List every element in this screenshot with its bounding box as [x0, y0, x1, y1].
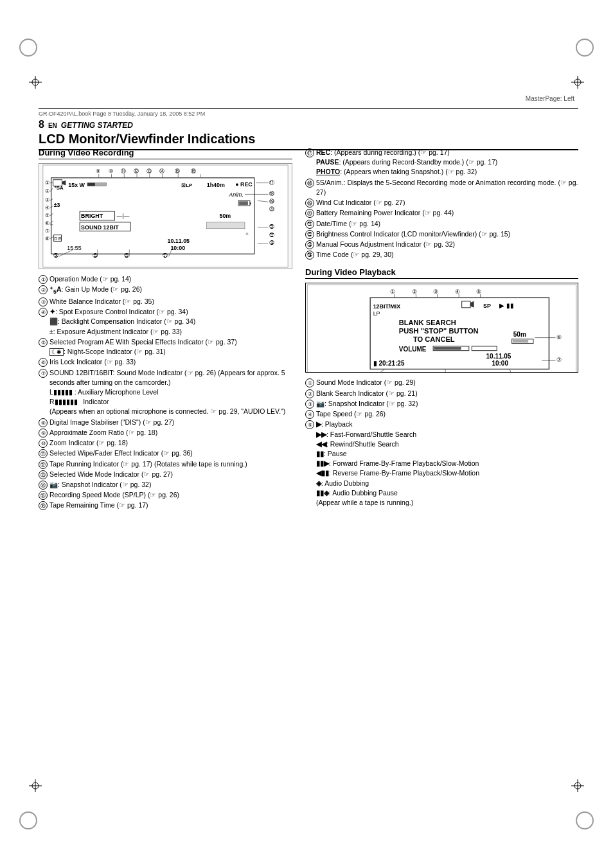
- svg-text:⑦: ⑦: [556, 357, 562, 364]
- svg-text:⑯: ⑯: [191, 168, 196, 174]
- svg-text:⑤: ⑤: [476, 288, 481, 295]
- svg-text:BRIGHT: BRIGHT: [81, 213, 103, 219]
- svg-rect-39: [87, 183, 95, 186]
- svg-text:10:00: 10:00: [492, 360, 508, 367]
- svg-text:⑪: ⑪: [121, 168, 126, 174]
- svg-text:⑤: ⑤: [45, 213, 49, 218]
- svg-text:SOUND 12BIT: SOUND 12BIT: [81, 224, 119, 231]
- list-item: ⑤ ▶: Playback ▶▶: Fast-Forward/Shuttle S…: [305, 420, 578, 508]
- svg-text:±3: ±3: [54, 202, 60, 208]
- svg-text:Anim.: Anim.: [228, 191, 244, 198]
- svg-text:15x W: 15x W: [68, 182, 85, 188]
- list-item: ⑭ 📷: Snapshot Indicator (☞ pg. 32): [39, 480, 292, 490]
- list-item: ⑨ Approximate Zoom Ratio (☞ pg. 18): [39, 428, 292, 438]
- list-item: ⑤ Selected Program AE With Special Effec…: [39, 337, 292, 357]
- list-item: ⑳ Battery Remaining Power Indicator (☞ p…: [305, 208, 578, 218]
- svg-text:㉓: ㉓: [93, 253, 98, 259]
- page-header: 8 EN GETTING STARTED LCD Monitor/Viewfin…: [39, 119, 578, 150]
- svg-text:● REC: ● REC: [235, 181, 253, 188]
- svg-text:㉔: ㉔: [53, 253, 58, 259]
- svg-text:㉑: ㉑: [163, 253, 168, 259]
- masterpage-label: MasterPage: Left: [526, 95, 574, 102]
- svg-text:VOLUME: VOLUME: [399, 346, 427, 353]
- svg-text:SP: SP: [483, 303, 491, 309]
- svg-text:⑲: ⑲: [269, 199, 274, 204]
- content-area: During Video Recording ⑨ ⑩ ⑪ ⑫ ⑬ ⑭ ⑮ ⑯: [39, 148, 578, 511]
- svg-text:BLANK SEARCH: BLANK SEARCH: [399, 319, 456, 326]
- svg-text:②: ②: [412, 288, 417, 295]
- playback-items-list: ① Sound Mode Indicator (☞ pg. 29) ② Blan…: [305, 378, 578, 508]
- section-label: GETTING STARTED: [61, 121, 133, 130]
- list-item: ③ 📷: Snapshot Indicator (☞ pg. 32): [305, 399, 578, 409]
- list-item: ⑩ Zoom Indicator (☞ pg. 18): [39, 438, 292, 448]
- svg-text:50m: 50m: [219, 213, 231, 219]
- svg-text:TO CANCEL: TO CANCEL: [413, 336, 455, 344]
- svg-text:㉓: ㉓: [269, 240, 274, 246]
- list-item: ㉑ Date/Time (☞ pg. 14): [305, 219, 578, 229]
- reg-mark-tr: [571, 76, 584, 89]
- recording-items-list: ① Operation Mode (☞ pg. 14) ② ⁺5A: Gain …: [39, 274, 292, 511]
- svg-text:⑨: ⑨: [96, 168, 100, 174]
- svg-text:▮▮: ▮▮: [506, 302, 514, 309]
- svg-text:10.11.05: 10.11.05: [486, 353, 511, 360]
- recording-right-items-list: ⑰ REC: (Appears during recording.) (☞ pg…: [305, 148, 578, 260]
- en-label: EN: [48, 122, 57, 129]
- list-item: ① Sound Mode Indicator (☞ pg. 29): [305, 378, 578, 387]
- svg-text:⑳: ⑳: [269, 206, 274, 212]
- corner-circle-bl: [19, 811, 37, 829]
- list-item: ④ ✦: Spot Exposure Control Indicator (☞ …: [39, 307, 292, 337]
- reg-mark-bl: [29, 779, 42, 792]
- page-container: MasterPage: Left GR-DF420PAL.book Page 8…: [0, 0, 613, 868]
- svg-rect-61: [250, 202, 251, 204]
- svg-text:⑫: ⑫: [134, 168, 139, 174]
- svg-text:①: ①: [45, 180, 49, 186]
- svg-text:⑱: ⑱: [269, 191, 274, 197]
- svg-rect-69: [207, 222, 245, 229]
- svg-text:15:55: 15:55: [67, 245, 81, 251]
- svg-text:▶: ▶: [499, 302, 504, 309]
- svg-text:LΡ: LΡ: [373, 310, 380, 317]
- list-item: ② Blank Search Indicator (☞ pg. 21): [305, 389, 578, 398]
- svg-text:③: ③: [45, 197, 49, 203]
- recording-lcd-diagram: ⑨ ⑩ ⑪ ⑫ ⑬ ⑭ ⑮ ⑯: [39, 163, 292, 269]
- svg-rect-122: [434, 347, 461, 350]
- svg-text:50m: 50m: [513, 332, 526, 339]
- svg-text:⑧: ⑧: [45, 236, 49, 242]
- list-item: ㉒ Brightness Control Indicator (LCD moni…: [305, 229, 578, 239]
- svg-text:⑥: ⑥: [45, 220, 49, 226]
- svg-text:②: ②: [45, 188, 49, 194]
- svg-text:DIS: DIS: [55, 236, 62, 241]
- corner-circle-br: [576, 811, 594, 829]
- page-number: 8: [39, 119, 44, 130]
- corner-circle-tl: [19, 39, 37, 57]
- svg-text:①: ①: [390, 288, 395, 295]
- svg-text:⑩: ⑩: [109, 168, 113, 174]
- list-item: ⑦ SOUND 12BIT/16BIT: Sound Mode Indicato…: [39, 368, 292, 417]
- svg-text:10.11.05: 10.11.05: [167, 238, 190, 244]
- svg-text:⑭: ⑭: [159, 168, 164, 174]
- svg-text:㉒: ㉒: [269, 233, 274, 238]
- list-item: ③ White Balance Indicator (☞ pg. 35): [39, 297, 292, 306]
- list-item: ⑰ REC: (Appears during recording.) (☞ pg…: [305, 148, 578, 177]
- svg-text:㉑: ㉑: [269, 224, 274, 230]
- list-item: ① Operation Mode (☞ pg. 14): [39, 274, 292, 284]
- svg-text:⁺SA: ⁺SA: [54, 185, 64, 191]
- svg-text:☼: ☼: [245, 231, 249, 236]
- list-item: ㉔ Time Code (☞ pg. 29, 30): [305, 250, 578, 260]
- list-item: ④ Tape Speed (☞ pg. 26): [305, 409, 578, 419]
- list-item: ⑪ Selected Wipe/Fader Effect Indicator (…: [39, 448, 292, 458]
- svg-rect-62: [239, 201, 248, 205]
- svg-text:⑮: ⑮: [175, 168, 180, 174]
- list-item: ⑥ Iris Lock Indicator (☞ pg. 33): [39, 357, 292, 367]
- svg-text:④: ④: [45, 205, 49, 211]
- right-column: ⑰ REC: (Appears during recording.) (☞ pg…: [305, 148, 578, 511]
- reg-mark-tl: [29, 76, 42, 89]
- svg-text:④: ④: [455, 288, 460, 295]
- list-item: ⑬ Selected Wide Mode Indicator (☞ pg. 27…: [39, 470, 292, 479]
- playback-lcd-diagram: ① ② ③ ④ ⑤ 12BIT/MIX LΡ: [305, 283, 578, 373]
- svg-rect-117: [513, 340, 528, 342]
- list-item: ⑲ Wind Cut Indicator (☞ pg. 27): [305, 198, 578, 208]
- svg-text:⊡LP: ⊡LP: [181, 182, 192, 188]
- svg-text:10:00: 10:00: [170, 245, 185, 251]
- svg-text:PUSH "STOP" BUTTON: PUSH "STOP" BUTTON: [399, 327, 479, 335]
